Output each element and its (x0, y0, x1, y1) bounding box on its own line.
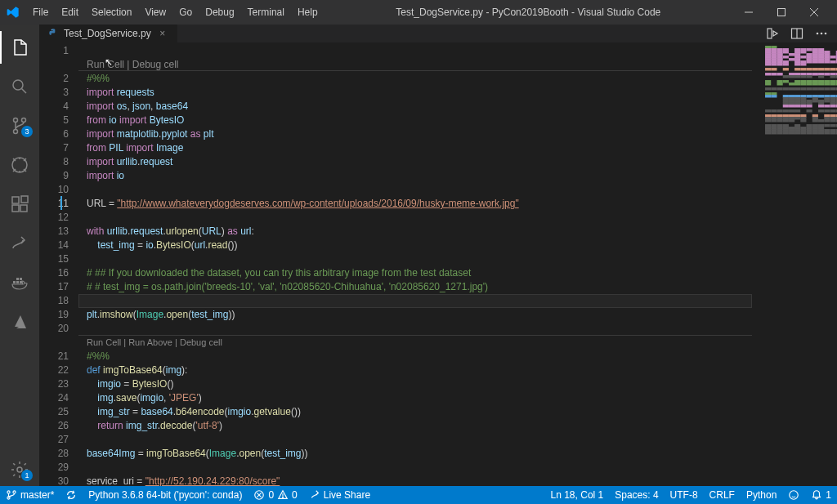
code-line: img_str = base64.b64encode(imgio.getvalu… (78, 405, 763, 419)
code-line: # ## If you downloaded the dataset, you … (78, 266, 763, 280)
extensions-icon[interactable] (0, 188, 39, 221)
main-area: 3 1 Test_DogService.py × 1 (0, 25, 837, 486)
code-line: import io (78, 169, 763, 183)
current-line-highlight (78, 294, 752, 308)
menu-edit[interactable]: Edit (55, 3, 85, 21)
status-notifications[interactable]: 1 (805, 486, 837, 504)
code-line (78, 322, 763, 336)
minimap[interactable]: ▬▬ ▬▬▬▬ ▬▬▬▬▬ ▬▬▬▬ ▬▬ ▬▬▬ ▬▬▬▬ ▬▬▬ ▬▬ ▬▬… (763, 42, 837, 486)
menu-view[interactable]: View (138, 3, 172, 21)
status-language[interactable]: Python (741, 486, 782, 504)
more-actions-icon[interactable] (812, 25, 830, 42)
window-title: Test_DogService.py - PyCon2019Booth - Vi… (325, 7, 732, 18)
svg-rect-17 (16, 278, 19, 280)
code-line: return img_str.decode('utf-8') (78, 419, 763, 433)
status-branch[interactable]: master* (0, 486, 60, 504)
status-eol[interactable]: CRLF (704, 486, 741, 504)
code-line (78, 433, 763, 447)
svg-rect-13 (21, 196, 28, 203)
menu-debug[interactable]: Debug (199, 3, 240, 21)
svg-point-4 (13, 80, 23, 90)
code-line: service_uri = "http://52.190.24.229:80/s… (78, 475, 763, 486)
docker-icon[interactable] (0, 266, 39, 299)
run-cell-icon[interactable] (763, 25, 781, 42)
svg-rect-12 (20, 205, 27, 212)
code-content[interactable]: Run Cell | Debug cell↖ #%% import reques… (78, 42, 763, 486)
source-control-icon[interactable]: 3 (0, 109, 39, 142)
svg-point-7 (22, 118, 26, 123)
scm-badge: 3 (21, 126, 33, 137)
svg-point-6 (14, 118, 18, 123)
code-line: test_img = io.BytesIO(url.read()) (78, 239, 763, 252)
svg-rect-1 (778, 9, 786, 16)
status-spaces[interactable]: Spaces: 4 (609, 486, 664, 504)
menu-file[interactable]: File (26, 3, 55, 21)
code-line: import os, json, base64 (78, 100, 763, 114)
svg-point-8 (14, 130, 18, 134)
code-line: import matplotlib.pyplot as plt (78, 127, 763, 141)
cell-codelens-2[interactable]: Run Cell | Run Above | Debug cell (78, 336, 763, 350)
code-line (78, 211, 763, 225)
azure-icon[interactable] (0, 306, 39, 338)
code-editor[interactable]: 1 2 3 4 5 6 7 8 9 10 11 12 13 14 15 16 1… (39, 42, 837, 486)
cell-separator (78, 335, 752, 336)
status-feedback[interactable] (782, 486, 805, 504)
svg-rect-14 (13, 281, 16, 283)
line-gutter: 1 2 3 4 5 6 7 8 9 10 11 12 13 14 15 16 1… (39, 42, 78, 486)
code-line: import urllib.request (78, 155, 763, 169)
gutter-modified-indicator (60, 196, 62, 210)
code-line: #%% (78, 72, 763, 86)
tab-test-dogservice[interactable]: Test_DogService.py × (39, 25, 178, 42)
menu-help[interactable]: Help (291, 3, 325, 21)
close-tab-icon[interactable]: × (156, 27, 169, 40)
status-lncol[interactable]: Ln 18, Col 1 (545, 486, 610, 504)
code-line: base64Img = imgToBase64(Image.open(test_… (78, 447, 763, 461)
code-line: import requests (78, 86, 763, 100)
svg-line-5 (22, 89, 27, 94)
code-line (78, 461, 763, 475)
status-python[interactable]: Python 3.6.8 64-bit ('pycon': conda) (83, 486, 248, 504)
window-controls (732, 0, 830, 25)
menu-selection[interactable]: Selection (85, 3, 138, 21)
vscode-logo-icon (7, 6, 20, 19)
code-line (78, 44, 763, 58)
mouse-cursor-icon: ↖ (105, 56, 113, 69)
minimize-button[interactable] (732, 0, 765, 25)
editor-actions (763, 25, 837, 42)
python-file-icon (47, 28, 59, 39)
code-line: #%% (78, 350, 763, 364)
activity-bar: 3 1 (0, 25, 39, 486)
editor-group: Test_DogService.py × 1 2 3 4 5 6 7 8 9 (39, 25, 837, 486)
svg-rect-21 (768, 29, 772, 38)
menu-terminal[interactable]: Terminal (241, 3, 291, 21)
search-icon[interactable] (0, 70, 39, 103)
status-sync[interactable] (60, 486, 83, 504)
close-button[interactable] (798, 0, 830, 25)
svg-point-29 (13, 491, 16, 493)
svg-rect-11 (12, 205, 19, 212)
status-bar: master* Python 3.6.8 64-bit ('pycon': co… (0, 486, 837, 504)
status-encoding[interactable]: UTF-8 (665, 486, 704, 504)
settings-badge: 1 (21, 470, 33, 481)
svg-point-27 (7, 491, 10, 493)
explorer-icon[interactable] (0, 31, 39, 64)
code-line: from PIL import Image (78, 141, 763, 155)
svg-point-26 (825, 33, 827, 35)
status-liveshare[interactable]: Live Share (303, 486, 376, 504)
svg-rect-18 (20, 278, 22, 280)
menu-go[interactable]: Go (172, 3, 199, 21)
status-problems[interactable]: 0 0 (248, 486, 302, 504)
tab-bar: Test_DogService.py × (39, 25, 837, 42)
debug-icon[interactable] (0, 149, 39, 181)
svg-point-19 (17, 467, 22, 472)
settings-gear-icon[interactable]: 1 (0, 453, 39, 486)
code-line: # # test_img = os.path.join('breeds-10',… (78, 280, 763, 294)
remote-share-icon[interactable] (0, 227, 39, 260)
cell-separator (78, 70, 752, 71)
maximize-button[interactable] (765, 0, 798, 25)
code-line: from io import BytesIO (78, 114, 763, 127)
code-line (78, 252, 763, 266)
code-line: imgio = BytesIO() (78, 377, 763, 391)
tab-label: Test_DogService.py (64, 28, 151, 39)
split-editor-icon[interactable] (788, 25, 806, 42)
